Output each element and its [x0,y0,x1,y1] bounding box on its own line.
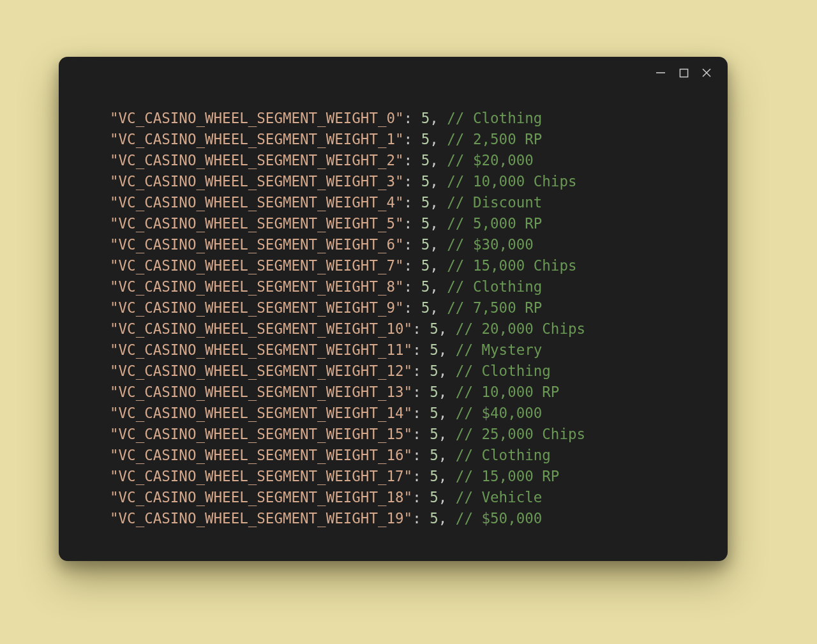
code-value: 5 [421,131,430,147]
editor-window: "VC_CASINO_WHEEL_SEGMENT_WEIGHT_0": 5, /… [59,57,728,561]
minimize-button[interactable] [655,67,666,79]
code-line: "VC_CASINO_WHEEL_SEGMENT_WEIGHT_18": 5, … [110,487,689,508]
code-key: "VC_CASINO_WHEEL_SEGMENT_WEIGHT_4" [110,194,404,211]
code-value: 5 [421,152,430,168]
code-value: 5 [421,278,430,295]
code-tail: , [430,236,447,253]
code-tail: , [438,447,456,463]
code-comment: // 10,000 Chips [447,173,576,190]
code-tail: , [430,110,447,126]
code-value: 5 [430,320,438,337]
code-line: "VC_CASINO_WHEEL_SEGMENT_WEIGHT_11": 5, … [110,340,689,361]
code-line: "VC_CASINO_WHEEL_SEGMENT_WEIGHT_12": 5, … [110,361,689,382]
code-key: "VC_CASINO_WHEEL_SEGMENT_WEIGHT_17" [110,468,412,484]
code-tail: , [438,489,456,505]
minimize-icon [656,68,666,78]
code-value: 5 [421,257,430,274]
code-tail: , [430,152,447,168]
code-comment: // $50,000 [456,510,542,527]
code-comment: // Clothing [447,110,542,126]
code-line: "VC_CASINO_WHEEL_SEGMENT_WEIGHT_5": 5, /… [110,213,689,234]
code-tail: , [430,278,447,295]
code-area[interactable]: "VC_CASINO_WHEEL_SEGMENT_WEIGHT_0": 5, /… [59,89,728,555]
code-tail: , [438,384,456,400]
code-sep: : [404,257,421,274]
code-line: "VC_CASINO_WHEEL_SEGMENT_WEIGHT_3": 5, /… [110,171,689,192]
code-comment: // $20,000 [447,152,533,168]
code-value: 5 [430,489,438,505]
code-comment: // Discount [447,194,542,211]
code-sep: : [412,320,430,337]
code-comment: // $30,000 [447,236,533,253]
code-comment: // 15,000 Chips [447,257,576,274]
code-value: 5 [430,468,438,484]
code-line: "VC_CASINO_WHEEL_SEGMENT_WEIGHT_14": 5, … [110,403,689,424]
code-value: 5 [430,384,438,400]
code-comment: // Clothing [456,447,551,463]
code-value: 5 [421,299,430,316]
code-comment: // 15,000 RP [456,468,560,484]
close-icon [701,68,712,78]
code-line: "VC_CASINO_WHEEL_SEGMENT_WEIGHT_6": 5, /… [110,234,689,255]
code-sep: : [412,426,430,442]
code-value: 5 [430,426,438,442]
code-tail: , [438,510,456,527]
code-key: "VC_CASINO_WHEEL_SEGMENT_WEIGHT_19" [110,510,412,527]
code-tail: , [430,131,447,147]
code-value: 5 [421,215,430,232]
code-sep: : [404,299,421,316]
code-key: "VC_CASINO_WHEEL_SEGMENT_WEIGHT_14" [110,405,412,421]
code-line: "VC_CASINO_WHEEL_SEGMENT_WEIGHT_8": 5, /… [110,276,689,297]
code-line: "VC_CASINO_WHEEL_SEGMENT_WEIGHT_10": 5, … [110,318,689,340]
code-key: "VC_CASINO_WHEEL_SEGMENT_WEIGHT_8" [110,278,404,295]
code-comment: // 25,000 Chips [456,426,585,442]
close-button[interactable] [701,67,712,79]
maximize-button[interactable] [678,67,689,79]
code-key: "VC_CASINO_WHEEL_SEGMENT_WEIGHT_7" [110,257,404,274]
code-line: "VC_CASINO_WHEEL_SEGMENT_WEIGHT_13": 5, … [110,382,689,403]
code-line: "VC_CASINO_WHEEL_SEGMENT_WEIGHT_0": 5, /… [110,108,689,129]
code-comment: // Vehicle [456,489,542,505]
code-key: "VC_CASINO_WHEEL_SEGMENT_WEIGHT_12" [110,363,412,379]
code-comment: // 5,000 RP [447,215,542,232]
code-key: "VC_CASINO_WHEEL_SEGMENT_WEIGHT_10" [110,320,412,337]
code-sep: : [412,468,430,484]
code-value: 5 [430,405,438,421]
code-tail: , [438,320,456,337]
code-comment: // 10,000 RP [456,384,560,400]
code-value: 5 [421,110,430,126]
code-line: "VC_CASINO_WHEEL_SEGMENT_WEIGHT_7": 5, /… [110,255,689,276]
code-value: 5 [421,173,430,190]
code-comment: // $40,000 [456,405,542,421]
code-key: "VC_CASINO_WHEEL_SEGMENT_WEIGHT_0" [110,110,404,126]
code-key: "VC_CASINO_WHEEL_SEGMENT_WEIGHT_1" [110,131,404,147]
code-line: "VC_CASINO_WHEEL_SEGMENT_WEIGHT_4": 5, /… [110,192,689,213]
code-sep: : [412,489,430,505]
code-tail: , [438,363,456,379]
code-sep: : [404,215,421,232]
code-tail: , [438,405,456,421]
code-line: "VC_CASINO_WHEEL_SEGMENT_WEIGHT_1": 5, /… [110,129,689,150]
code-value: 5 [430,510,438,527]
code-sep: : [412,447,430,463]
code-line: "VC_CASINO_WHEEL_SEGMENT_WEIGHT_17": 5, … [110,466,689,487]
code-comment: // Clothing [456,363,551,379]
code-sep: : [412,405,430,421]
code-key: "VC_CASINO_WHEEL_SEGMENT_WEIGHT_13" [110,384,412,400]
code-line: "VC_CASINO_WHEEL_SEGMENT_WEIGHT_9": 5, /… [110,297,689,318]
code-tail: , [438,426,456,442]
code-comment: // Mystery [456,341,542,358]
titlebar [59,57,728,89]
code-tail: , [430,257,447,274]
code-line: "VC_CASINO_WHEEL_SEGMENT_WEIGHT_16": 5, … [110,445,689,466]
code-sep: : [404,110,421,126]
code-tail: , [430,299,447,316]
code-comment: // 20,000 Chips [456,320,585,337]
code-key: "VC_CASINO_WHEEL_SEGMENT_WEIGHT_5" [110,215,404,232]
code-key: "VC_CASINO_WHEEL_SEGMENT_WEIGHT_6" [110,236,404,253]
code-line: "VC_CASINO_WHEEL_SEGMENT_WEIGHT_2": 5, /… [110,150,689,171]
code-value: 5 [430,363,438,379]
code-sep: : [404,278,421,295]
code-comment: // 2,500 RP [447,131,542,147]
code-sep: : [404,152,421,168]
